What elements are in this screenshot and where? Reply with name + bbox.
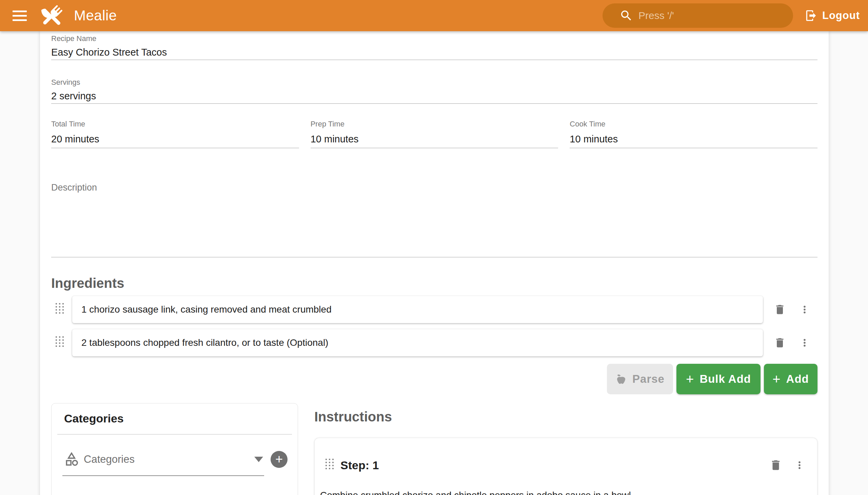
search-input[interactable] xyxy=(639,10,767,21)
step-title: Step: 1 xyxy=(340,459,379,472)
ingredient-actions: Parse + Bulk Add + Add xyxy=(51,364,817,394)
trash-icon xyxy=(769,459,782,472)
total-time-label: Total Time xyxy=(51,119,299,129)
shapes-icon xyxy=(64,452,79,467)
app-title: Mealie xyxy=(74,7,117,24)
plus-icon: + xyxy=(275,452,283,466)
trash-icon xyxy=(774,304,786,315)
menu-icon[interactable] xyxy=(7,3,32,28)
ingredient-menu-button[interactable] xyxy=(797,335,813,351)
delete-step-button[interactable] xyxy=(768,457,784,473)
kebab-menu-icon xyxy=(794,459,805,471)
ingredient-input[interactable]: 1 chorizo sausage link, casing removed a… xyxy=(72,296,763,323)
times-row: Total Time 20 minutes Prep Time 10 minut… xyxy=(51,119,817,148)
logout-icon xyxy=(805,9,817,22)
delete-ingredient-button[interactable] xyxy=(772,335,788,351)
add-label: Add xyxy=(786,373,809,386)
cook-time-field[interactable]: Cook Time 10 minutes xyxy=(569,119,817,148)
prep-time-field[interactable]: Prep Time 10 minutes xyxy=(310,119,558,148)
step-menu-button[interactable] xyxy=(792,457,807,473)
categories-select[interactable]: Categories + xyxy=(64,451,288,468)
drag-handle-icon[interactable] xyxy=(56,336,64,349)
bulk-add-label: Bulk Add xyxy=(699,373,751,386)
chevron-down-icon[interactable] xyxy=(254,457,263,462)
recipe-name-field[interactable]: Recipe Name Easy Chorizo Street Tacos xyxy=(51,34,817,60)
instructions-heading: Instructions xyxy=(314,409,817,425)
categories-card: Categories Categories + xyxy=(51,403,298,495)
mealie-logo-icon xyxy=(39,3,65,29)
total-time-input[interactable]: 20 minutes xyxy=(51,132,299,148)
drag-handle-icon[interactable] xyxy=(325,459,334,472)
divider xyxy=(57,434,292,434)
logout-button[interactable]: Logout xyxy=(805,9,860,22)
instruction-step-card: Step: 1 Combine crumbled chorizo and chi… xyxy=(314,438,817,495)
description-textarea[interactable] xyxy=(51,193,817,257)
trash-icon xyxy=(774,337,786,349)
app-header: Mealie Logout xyxy=(0,0,868,31)
categories-heading: Categories xyxy=(64,411,298,426)
prep-time-label: Prep Time xyxy=(310,119,558,129)
kebab-menu-icon xyxy=(799,337,810,348)
delete-ingredient-button[interactable] xyxy=(772,302,788,318)
kebab-menu-icon xyxy=(799,304,810,315)
drag-handle-icon[interactable] xyxy=(56,303,64,316)
ingredient-row: 1 chorizo sausage link, casing removed a… xyxy=(51,296,817,323)
plus-icon: + xyxy=(686,372,694,386)
prep-time-input[interactable]: 10 minutes xyxy=(310,132,558,148)
add-ingredient-button[interactable]: + Add xyxy=(764,364,817,394)
ingredient-menu-button[interactable] xyxy=(797,302,813,318)
categories-select-label: Categories xyxy=(84,453,254,465)
ingredient-text: 1 chorizo sausage link, casing removed a… xyxy=(81,304,331,315)
servings-label: Servings xyxy=(51,78,817,87)
logout-label: Logout xyxy=(822,10,860,22)
servings-input[interactable]: 2 servings xyxy=(51,89,817,104)
plus-icon: + xyxy=(772,372,781,386)
description-label: Description xyxy=(51,182,817,193)
cook-time-label: Cook Time xyxy=(569,119,817,129)
recipe-editor-sheet: Recipe Name Easy Chorizo Street Tacos Se… xyxy=(40,31,829,495)
search-icon xyxy=(619,9,633,22)
parse-button[interactable]: Parse xyxy=(607,364,673,394)
ingredient-text: 2 tablespoons chopped fresh cilantro, or… xyxy=(81,337,328,348)
cook-time-input[interactable]: 10 minutes xyxy=(569,132,817,148)
search-bar[interactable] xyxy=(602,3,793,28)
recipe-name-label: Recipe Name xyxy=(51,34,817,44)
recipe-name-input[interactable]: Easy Chorizo Street Tacos xyxy=(51,46,817,60)
ingredients-list: 1 chorizo sausage link, casing removed a… xyxy=(51,296,817,356)
total-time-field[interactable]: Total Time 20 minutes xyxy=(51,119,299,148)
bulk-add-button[interactable]: + Bulk Add xyxy=(677,364,761,394)
step-text-input[interactable]: Combine crumbled chorizo and chipotle pe… xyxy=(320,489,810,495)
apple-icon xyxy=(615,373,627,385)
add-category-button[interactable]: + xyxy=(271,451,288,468)
ingredients-heading: Ingredients xyxy=(51,275,817,291)
ingredient-input[interactable]: 2 tablespoons chopped fresh cilantro, or… xyxy=(72,329,763,356)
ingredient-row: 2 tablespoons chopped fresh cilantro, or… xyxy=(51,329,817,356)
select-underline xyxy=(62,475,264,476)
servings-field[interactable]: Servings 2 servings xyxy=(51,78,817,104)
parse-label: Parse xyxy=(632,373,665,386)
